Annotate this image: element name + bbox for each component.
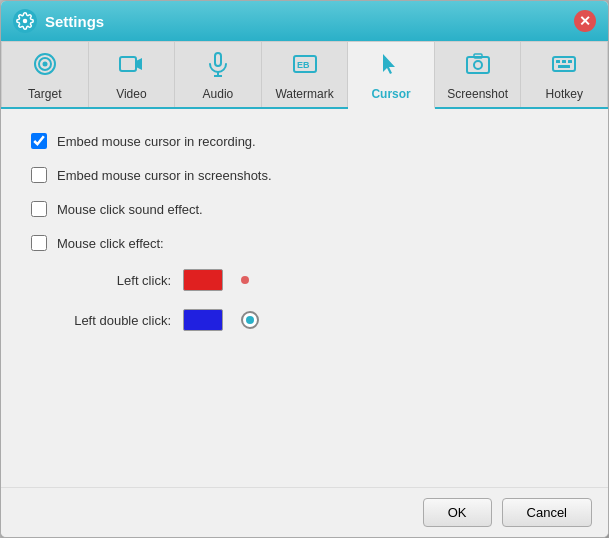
left-click-dot (241, 276, 249, 284)
svg-point-12 (474, 61, 482, 69)
watermark-icon: EB (291, 50, 319, 83)
left-click-row: Left click: (31, 269, 578, 291)
click-sound-checkbox[interactable] (31, 201, 47, 217)
svg-rect-14 (553, 57, 575, 71)
left-click-label: Left click: (51, 273, 171, 288)
svg-rect-3 (120, 57, 136, 71)
settings-dialog: Settings ✕ Target Video (0, 0, 609, 538)
cancel-button[interactable]: Cancel (502, 498, 592, 527)
audio-icon (204, 50, 232, 83)
close-button[interactable]: ✕ (574, 10, 596, 32)
title-bar: Settings ✕ (1, 1, 608, 41)
tab-cursor-label: Cursor (371, 87, 410, 101)
gear-icon (13, 9, 37, 33)
svg-rect-18 (558, 65, 570, 68)
content-area: Embed mouse cursor in recording. Embed m… (1, 109, 608, 487)
left-double-click-label: Left double click: (51, 313, 171, 328)
svg-marker-10 (383, 54, 395, 74)
tab-screenshot[interactable]: Screenshot (435, 41, 522, 107)
tab-cursor[interactable]: Cursor (348, 41, 435, 109)
tab-watermark-label: Watermark (275, 87, 333, 101)
svg-point-2 (42, 62, 47, 67)
tab-target-label: Target (28, 87, 61, 101)
video-icon (117, 50, 145, 83)
left-double-click-color[interactable] (183, 309, 223, 331)
tab-audio[interactable]: Audio (175, 41, 262, 107)
tab-bar: Target Video Audio (1, 41, 608, 109)
embed-recording-row: Embed mouse cursor in recording. (31, 133, 578, 149)
tab-hotkey-label: Hotkey (546, 87, 583, 101)
svg-rect-17 (568, 60, 572, 63)
click-effect-row: Mouse click effect: (31, 235, 578, 251)
left-click-color[interactable] (183, 269, 223, 291)
svg-rect-16 (562, 60, 566, 63)
tab-watermark[interactable]: EB Watermark (262, 41, 349, 107)
click-effect-label: Mouse click effect: (57, 236, 164, 251)
svg-rect-15 (556, 60, 560, 63)
svg-rect-5 (215, 53, 221, 66)
cursor-icon (377, 50, 405, 83)
hotkey-icon (550, 50, 578, 83)
embed-screenshot-checkbox[interactable] (31, 167, 47, 183)
svg-rect-11 (467, 57, 489, 73)
tab-hotkey[interactable]: Hotkey (521, 41, 608, 107)
ok-button[interactable]: OK (423, 498, 492, 527)
dialog-title: Settings (45, 13, 104, 30)
embed-recording-label: Embed mouse cursor in recording. (57, 134, 256, 149)
click-sound-row: Mouse click sound effect. (31, 201, 578, 217)
left-double-click-row: Left double click: (31, 309, 578, 331)
embed-screenshot-row: Embed mouse cursor in screenshots. (31, 167, 578, 183)
click-sound-label: Mouse click sound effect. (57, 202, 203, 217)
click-effect-checkbox[interactable] (31, 235, 47, 251)
tab-video-label: Video (116, 87, 146, 101)
svg-text:EB: EB (297, 60, 310, 70)
left-double-click-radio[interactable] (241, 311, 259, 329)
embed-screenshot-label: Embed mouse cursor in screenshots. (57, 168, 272, 183)
target-icon (31, 50, 59, 83)
tab-audio-label: Audio (203, 87, 234, 101)
embed-recording-checkbox[interactable] (31, 133, 47, 149)
radio-inner (246, 316, 254, 324)
screenshot-icon (464, 50, 492, 83)
footer: OK Cancel (1, 487, 608, 537)
tab-screenshot-label: Screenshot (447, 87, 508, 101)
tab-target[interactable]: Target (1, 41, 89, 107)
title-bar-left: Settings (13, 9, 104, 33)
tab-video[interactable]: Video (89, 41, 176, 107)
